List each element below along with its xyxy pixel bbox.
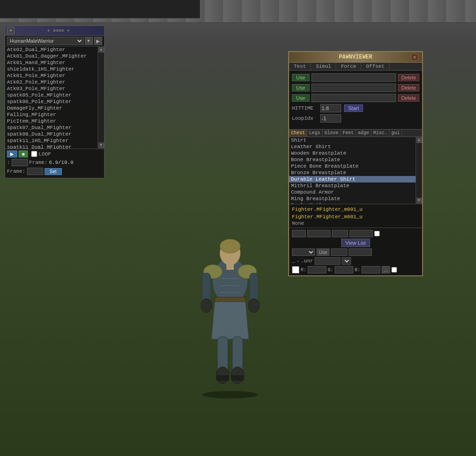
warrior-nav-btn[interactable]: ▶ [94,37,102,45]
list-item[interactable]: Atk01_Dual_dagger_MFighter [5,53,98,59]
armor-item-scale-mail[interactable]: Scale Mail [289,202,416,204]
armor-item-wooden-breastplate[interactable]: Wooden Breastplate [289,150,416,156]
dash-label: - [297,258,300,264]
unr-dropdown[interactable]: ▼ [342,257,351,265]
equip-tab-adge[interactable]: adge [356,130,371,137]
use-button-1[interactable]: Use [292,74,310,81]
use-button-2[interactable]: Use [292,84,310,91]
armor-list: Shirt Leather Shirt Wooden Breastplate B… [289,137,422,204]
ctrl-input-1[interactable] [292,230,306,237]
list-item[interactable]: shieldatk_1HS_MFighter [5,66,98,72]
use-delete-row-2: Use Delete [292,84,419,92]
svg-rect-17 [231,375,244,381]
tab-simul[interactable]: Simul [311,63,336,70]
warrior-dropdown-btn[interactable]: ▼ [85,37,93,45]
fighter-link-2[interactable]: Fighter.MFighter_m001_u [292,213,419,221]
scroll-up-button[interactable]: ▲ [99,47,104,52]
color-row: R: G: B: ... [292,266,419,274]
tab-offset[interactable]: Offset [361,63,390,70]
armor-item-piece-bone[interactable]: Piece Bone Breastplate [289,163,416,169]
frame-num-label: Frame: [7,169,26,174]
warrior-select[interactable]: HumanMaleWarrior [7,37,84,45]
armor-item-ring-breastplate[interactable]: Ring Breastplate [289,195,416,202]
ctrl-row-2: View List [292,239,419,247]
ellipsis-button[interactable]: ... [382,266,390,274]
list-item[interactable]: Atk01_Hand_MFighter [5,59,98,66]
warrior-dropdown-row: HumanMaleWarrior ▼ ▶ [5,36,104,46]
frame-input[interactable] [27,168,43,175]
ctrl-dropdown[interactable] [292,248,315,256]
hittime-row: HITTIME Start [292,104,419,112]
tab-test[interactable]: Test [289,63,311,70]
frame-label: Frame: [29,160,48,165]
armor-item-mithril[interactable]: Mithril Breastplate [289,182,416,189]
list-item[interactable]: PicItem_MFighter [5,118,98,124]
ctrl-checkbox-1[interactable] [374,231,380,236]
armor-item-bone-breastplate[interactable]: Bone Breastplate [289,156,416,163]
use-field-3[interactable] [311,94,397,102]
unr-label: .unr [301,258,313,264]
ctrl-input-5[interactable] [331,248,347,256]
add-animation-button[interactable]: + [7,27,14,34]
view-list-button[interactable]: View List [341,239,370,247]
tab-force[interactable]: Force [336,63,361,70]
list-item[interactable]: Atk02_Pole_MFighter [5,79,98,85]
b-input[interactable] [362,266,380,274]
frame-min-input[interactable] [12,159,28,166]
armor-item-shirt[interactable]: Shirt [289,137,416,143]
unr-input[interactable] [315,257,340,265]
frame-set-button[interactable]: Set [45,168,62,175]
list-item[interactable]: spatk05_Pole_MFighter [5,92,98,98]
play-button[interactable]: ▶ [7,150,17,157]
delete-button-2[interactable]: Delete [398,84,419,91]
list-item[interactable]: Atk01_Pole_MFighter [5,72,98,79]
character-figure [177,200,284,399]
list-item[interactable]: Atk02_Dual_MFighter [5,46,98,53]
equip-tab-misc[interactable]: Misc. [371,130,390,137]
armor-item-durable-leather[interactable]: Durable Leather Shirt [289,176,416,182]
equip-tab-gui[interactable]: gui [390,130,402,137]
hittime-input[interactable] [320,104,341,112]
armor-item-compound[interactable]: Compound Armor [289,189,416,195]
delete-button-1[interactable]: Delete [398,74,419,81]
g-input[interactable] [335,266,353,274]
ctrl-input-3[interactable] [332,230,348,237]
list-item[interactable]: spatk08_Dual_MFighter [5,131,98,137]
pawn-tabs: Test Simul Force Offset [289,63,422,71]
list-item[interactable]: spatk06_Pole_MFighter [5,98,98,105]
start-button[interactable]: Start [344,104,363,112]
equip-tab-feet[interactable]: Feet [341,130,356,137]
armor-item-bronze-breastplate[interactable]: Bronze Breastplate [289,169,416,176]
list-item[interactable]: Atk03_Pole_MFighter [5,85,98,92]
armor-item-leather-shirt[interactable]: Leather Shirt [289,143,416,150]
armor-scroll-down-button[interactable]: ▼ [416,198,422,203]
equip-tab-glove[interactable]: Glove [323,130,341,137]
equipment-tabs: Chest Legs Glove Feet adge Misc. gui [289,129,422,137]
pawn-close-button[interactable]: × [411,53,418,61]
ctrl-input-6[interactable] [349,248,372,256]
list-item[interactable]: Falling_MFighter [5,111,98,118]
use-btn-bottom[interactable]: Use [317,248,330,256]
use-field-2[interactable] [311,84,397,92]
anim-controls: ▶ ■ LOOP : Frame: 6.9/10.0 Frame: Set [5,149,104,178]
ctrl-input-4[interactable] [350,230,373,237]
list-item[interactable]: spatk11_Dual_MFighter [5,144,98,149]
stop-button[interactable]: ■ [19,150,28,157]
list-item[interactable]: spatk11_1HS_MFighter [5,137,98,144]
use-field-1[interactable] [311,73,397,82]
use-button-3[interactable]: Use [292,94,310,102]
loop-checkbox[interactable] [31,151,37,157]
fighter-link-1[interactable]: Fighter.MFighter_m001_u [292,206,419,213]
r-input[interactable] [308,266,326,274]
equip-tab-legs[interactable]: Legs [307,130,323,137]
scroll-down-button[interactable]: ▼ [99,143,104,148]
ctrl-input-2[interactable] [307,230,331,237]
armor-scroll-up-button[interactable]: ▲ [416,137,422,143]
list-item[interactable]: DamageFly_MFighter [5,105,98,111]
delete-button-3[interactable]: Delete [398,94,419,102]
loopidx-input[interactable] [320,114,341,123]
list-item[interactable]: spatk07_Dual_MFighter [5,124,98,131]
armor-list-container: Shirt Leather Shirt Wooden Breastplate B… [289,137,422,204]
equip-tab-chest[interactable]: Chest [289,130,307,137]
color-checkbox[interactable] [391,267,397,273]
